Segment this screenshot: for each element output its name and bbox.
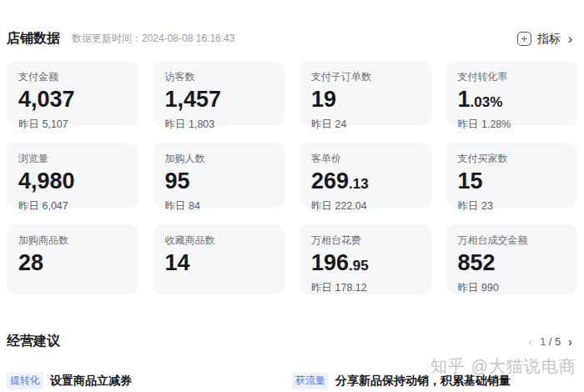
metric-card-page-views[interactable]: 浏览量 4,980 昨日 6,047 — [7, 143, 138, 208]
metric-value-main: 196 — [311, 250, 349, 275]
metric-label: 加购商品数 — [18, 234, 127, 248]
metric-card-wxt-gmv[interactable]: 万相台成交金额 852 昨日 990 — [446, 224, 578, 294]
pagination-counter: 1 / 5 — [540, 335, 561, 348]
metric-card-visitors[interactable]: 访客数 1,457 昨日 1,803 — [154, 61, 285, 126]
update-time: 数据更新时间：2024-08-08 16:16:43 — [72, 32, 234, 46]
metric-yesterday: 昨日 1,803 — [165, 118, 274, 132]
metric-card-pay-amount[interactable]: 支付金额 4,037 昨日 5,107 — [7, 61, 138, 126]
metric-yesterday: 昨日 178.12 — [311, 281, 420, 295]
suggestions-pagination: ‹ 1 / 5 › — [528, 335, 572, 349]
metric-card-sub-orders[interactable]: 支付子订单数 19 昨日 24 — [300, 61, 431, 126]
pagination-prev-icon[interactable]: ‹ — [528, 335, 532, 349]
metric-value-sub: .95 — [349, 258, 369, 274]
suggestions-title: 经营建议 — [7, 333, 60, 350]
metric-value: 19 — [311, 87, 420, 115]
store-data-page: 店铺数据 数据更新时间：2024-08-08 16:16:43 + 指标 › 支… — [0, 0, 584, 392]
metric-value-main: 19 — [311, 87, 336, 112]
metric-card-avg-order-value[interactable]: 客单价 269.13 昨日 222.04 — [300, 143, 431, 208]
metric-yesterday: 昨日 5,107 — [18, 118, 127, 132]
suggestion-item-traffic[interactable]: 获流量 分享新品保持动销，积累基础销量 — [292, 372, 577, 389]
metric-yesterday: 昨日 24 — [311, 118, 420, 132]
pagination-current-page: 1 — [540, 335, 546, 348]
metric-label: 万相台成交金额 — [458, 234, 566, 248]
metric-value: 269.13 — [311, 168, 420, 197]
suggestion-text: 分享新品保持动销，积累基础销量 — [335, 374, 511, 389]
pagination-next-icon[interactable]: › — [568, 335, 572, 349]
metric-value: 95 — [165, 168, 274, 197]
metric-label: 浏览量 — [18, 152, 127, 166]
metric-yesterday: 昨日 1.28% — [458, 118, 566, 132]
metric-label: 支付转化率 — [458, 70, 566, 84]
metric-value-sub: .03% — [471, 94, 503, 110]
metric-label: 访客数 — [165, 70, 274, 84]
metric-value-main: 1 — [458, 87, 471, 112]
metric-settings-button[interactable]: + 指标 › — [517, 32, 572, 47]
metric-value: 852 — [458, 250, 566, 279]
metric-yesterday: 昨日 6,047 — [18, 199, 127, 214]
metric-label: 支付买家数 — [458, 152, 566, 166]
metric-yesterday: 昨日 990 — [458, 281, 566, 295]
metric-yesterday: 昨日 23 — [458, 199, 566, 214]
metric-card-wxt-spend[interactable]: 万相台花费 196.95 昨日 178.12 — [300, 224, 431, 294]
suggestions-header: 经营建议 ‹ 1 / 5 › — [0, 333, 584, 350]
chevron-right-icon: › — [568, 33, 572, 46]
add-icon: + — [517, 32, 531, 46]
metric-yesterday: 昨日 84 — [165, 199, 274, 214]
metric-value: 15 — [458, 168, 566, 197]
suggestion-tag: 提转化 — [7, 372, 43, 389]
metric-value: 14 — [165, 250, 274, 279]
metric-value-sub: .13 — [349, 176, 369, 192]
metric-value-main: 15 — [458, 168, 483, 193]
metric-label: 加购人数 — [165, 152, 274, 166]
metric-label: 支付子订单数 — [311, 70, 420, 84]
suggestion-item-conversion[interactable]: 提转化 设置商品立减券 — [7, 372, 292, 389]
metric-value: 28 — [18, 250, 127, 279]
metric-value-main: 852 — [458, 250, 496, 275]
metric-value-main: 4,037 — [18, 87, 75, 112]
metric-button-label: 指标 — [537, 32, 561, 47]
page-header: 店铺数据 数据更新时间：2024-08-08 16:16:43 + 指标 › — [0, 0, 584, 48]
metric-value-main: 269 — [311, 168, 349, 193]
metric-label: 客单价 — [311, 152, 420, 166]
metric-value: 4,037 — [18, 87, 127, 115]
metric-value: 4,980 — [18, 168, 127, 197]
metric-card-conversion-rate[interactable]: 支付转化率 1.03% 昨日 1.28% — [446, 61, 578, 126]
page-title: 店铺数据 — [7, 30, 60, 48]
metric-card-cart-users[interactable]: 加购人数 95 昨日 84 — [154, 143, 285, 208]
metric-value-main: 28 — [18, 250, 43, 275]
pagination-total-pages: / 5 — [549, 335, 561, 348]
metric-label: 收藏商品数 — [165, 234, 274, 248]
metric-yesterday: 昨日 222.04 — [311, 199, 420, 214]
metric-value: 1,457 — [165, 87, 274, 115]
metric-value: 196.95 — [311, 250, 420, 279]
metric-value-main: 4,980 — [18, 168, 75, 193]
metric-label: 支付金额 — [18, 70, 127, 84]
metric-card-favorited-items[interactable]: 收藏商品数 14 — [154, 224, 285, 294]
suggestion-tag: 获流量 — [292, 372, 329, 389]
metric-value-main: 1,457 — [165, 87, 222, 112]
suggestion-text: 设置商品立减券 — [50, 374, 132, 389]
metric-card-cart-items[interactable]: 加购商品数 28 — [7, 224, 138, 294]
metric-value-main: 14 — [165, 250, 190, 275]
metric-card-paying-buyers[interactable]: 支付买家数 15 昨日 23 — [446, 143, 578, 208]
metrics-grid: 支付金额 4,037 昨日 5,107 访客数 1,457 昨日 1,803 支… — [0, 61, 584, 294]
metric-value: 1.03% — [458, 87, 566, 115]
suggestions-list: 提转化 设置商品立减券 获流量 分享新品保持动销，积累基础销量 — [0, 372, 584, 389]
metric-value-main: 95 — [165, 168, 190, 193]
metric-label: 万相台花费 — [311, 234, 420, 248]
